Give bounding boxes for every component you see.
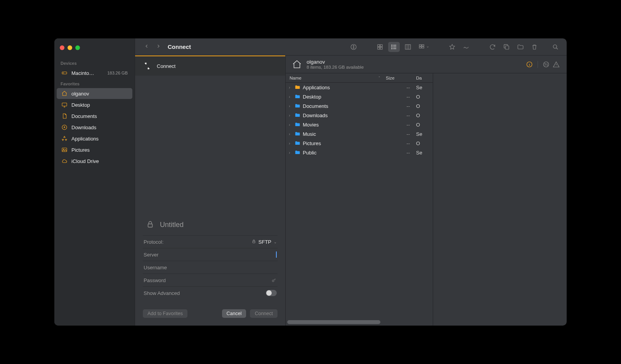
sidebar-item-downloads[interactable]: Downloads — [57, 122, 132, 133]
sidebar-item-icloud[interactable]: iCloud Drive — [57, 156, 132, 166]
file-list: ›Applications--Se›Desktop--O›Documents--… — [286, 83, 433, 326]
disclosure-icon[interactable]: › — [287, 151, 292, 155]
sidebar-heading-devices: Devices — [54, 59, 135, 67]
column-header-date[interactable]: Da — [414, 76, 433, 80]
sidebar-item-desktop[interactable]: Desktop — [57, 99, 132, 110]
disclosure-icon[interactable]: › — [287, 85, 292, 90]
sidebar-item-applications[interactable]: Applications — [57, 133, 132, 144]
sidebar-section-favorites: Favorites olganov Desktop Documents Down… — [54, 80, 135, 166]
scrollbar-thumb[interactable] — [287, 320, 380, 324]
pictures-icon — [61, 147, 68, 153]
file-row[interactable]: ›Desktop--O — [286, 92, 433, 101]
close-window-button[interactable] — [60, 45, 64, 50]
folder-icon — [294, 140, 300, 146]
file-size: -- — [383, 150, 414, 156]
file-row[interactable]: ›Movies--O — [286, 120, 433, 129]
sidebar-heading-favorites: Favorites — [54, 80, 135, 88]
sort-asc-icon: ˄ — [378, 76, 380, 80]
view-columns-button[interactable] — [402, 42, 414, 52]
svg-rect-21 — [148, 224, 153, 227]
protocol-value: SFTP — [258, 239, 271, 245]
disclosure-icon[interactable]: › — [287, 123, 292, 127]
disclosure-icon[interactable]: › — [287, 104, 292, 108]
minimize-window-button[interactable] — [68, 45, 72, 50]
file-size: -- — [383, 94, 414, 100]
svg-rect-14 — [405, 45, 411, 49]
svg-point-13 — [392, 48, 392, 49]
svg-point-5 — [63, 149, 64, 150]
sidebar-item-pictures[interactable]: Pictures — [57, 144, 132, 155]
download-icon — [61, 124, 68, 130]
password-label: Password — [144, 277, 166, 283]
file-size: -- — [383, 103, 414, 109]
toolbar-title: Connect — [168, 43, 191, 50]
file-row[interactable]: ›Documents--O — [286, 101, 433, 111]
new-folder-button[interactable] — [515, 42, 526, 52]
svg-rect-18 — [422, 47, 424, 48]
disclosure-icon[interactable]: › — [287, 95, 292, 99]
horizontal-scrollbar[interactable] — [287, 320, 431, 324]
view-icons-button[interactable] — [374, 42, 386, 52]
delete-button[interactable] — [529, 42, 540, 52]
file-row[interactable]: ›Public--Se — [286, 148, 433, 157]
nav-forward-button[interactable] — [154, 42, 163, 52]
cancel-button[interactable]: Cancel — [222, 309, 246, 318]
file-row[interactable]: ›Downloads--O — [286, 111, 433, 120]
svg-rect-22 — [253, 241, 255, 243]
warning-icon[interactable] — [551, 59, 561, 69]
protocol-row[interactable]: Protocol: SFTP ⌄ — [143, 235, 278, 248]
svg-rect-10 — [380, 47, 382, 49]
username-row[interactable]: Username — [143, 261, 278, 274]
file-row[interactable]: ›Pictures--O — [286, 139, 433, 148]
file-row[interactable]: ›Applications--Se — [286, 83, 433, 92]
path-title: olganov — [307, 59, 364, 65]
disclosure-icon[interactable]: › — [287, 113, 292, 118]
sidebar-item-device[interactable]: Macinto… 183.26 GB — [57, 68, 132, 78]
file-name: Public — [303, 150, 316, 156]
sidebar-section-devices: Devices Macinto… 183.26 GB — [54, 59, 135, 78]
connect-button[interactable]: Connect — [250, 309, 278, 318]
file-date: O — [414, 113, 433, 118]
favorite-button[interactable] — [446, 42, 458, 52]
show-advanced-toggle[interactable] — [266, 290, 277, 296]
folder-icon — [294, 122, 300, 127]
column-header-name[interactable]: Name ˄ — [286, 76, 383, 80]
column-header: Name ˄ Size Da — [286, 73, 433, 83]
sidebar: Devices Macinto… 183.26 GB Favorites olg… — [54, 38, 135, 326]
view-list-button[interactable] — [388, 42, 400, 52]
file-date: O — [414, 103, 433, 109]
svg-rect-15 — [419, 45, 421, 46]
file-name: Pictures — [303, 140, 321, 146]
nav-back-button[interactable] — [142, 42, 151, 52]
file-row[interactable]: ›Music--Se — [286, 129, 433, 139]
add-to-favorites-button[interactable]: Add to Favorites — [143, 309, 187, 318]
password-row[interactable]: Password — [143, 274, 278, 286]
view-gallery-button[interactable] — [416, 42, 432, 52]
protocol-label: Protocol: — [144, 239, 163, 245]
svg-rect-8 — [380, 45, 382, 47]
disclosure-icon[interactable]: › — [287, 132, 292, 136]
show-advanced-row[interactable]: Show Advanced — [143, 286, 278, 299]
connect-form: Untitled Protocol: SFTP ⌄ Server — [135, 215, 285, 326]
file-size: -- — [383, 113, 414, 118]
disclosure-icon[interactable]: › — [287, 141, 292, 146]
file-name: Desktop — [303, 94, 321, 100]
sync-button[interactable] — [348, 42, 359, 52]
transfers-icon[interactable] — [541, 59, 551, 69]
sidebar-item-home[interactable]: olganov — [57, 88, 132, 99]
sidebar-item-documents[interactable]: Documents — [57, 111, 132, 121]
server-row[interactable]: Server — [143, 248, 278, 261]
connection-icon — [142, 61, 152, 71]
action-button[interactable] — [460, 42, 472, 52]
username-label: Username — [144, 265, 167, 270]
sidebar-item-label: Downloads — [71, 125, 128, 130]
info-icon[interactable] — [524, 59, 534, 69]
search-button[interactable] — [550, 42, 561, 52]
refresh-button[interactable] — [487, 42, 498, 52]
copy-button[interactable] — [501, 42, 512, 52]
fullscreen-window-button[interactable] — [75, 45, 80, 50]
main-area: Connect — [135, 38, 567, 326]
column-header-size[interactable]: Size — [383, 76, 414, 80]
connect-tab[interactable]: Connect — [135, 56, 285, 76]
file-date: O — [414, 140, 433, 146]
